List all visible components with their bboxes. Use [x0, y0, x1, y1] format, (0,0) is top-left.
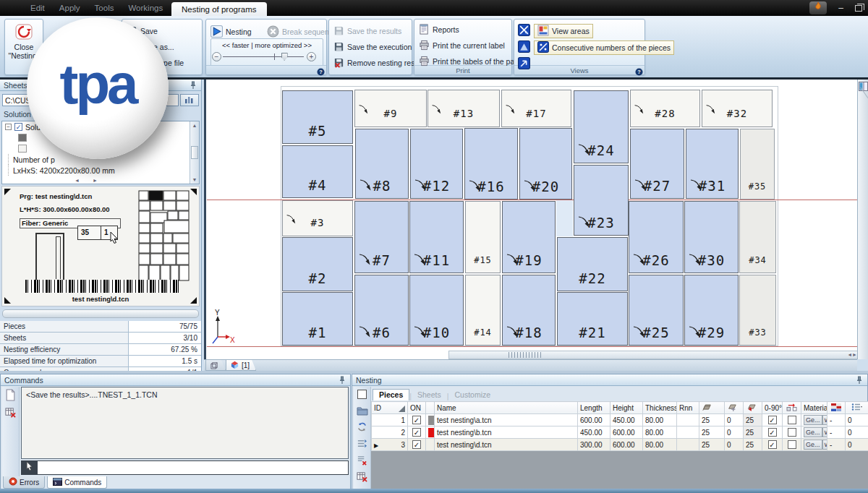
tab-customize[interactable]: Customize: [448, 390, 496, 400]
pin-icon[interactable]: [855, 376, 864, 385]
checkbox-rotation[interactable]: ✓: [762, 414, 783, 426]
piece-10[interactable]: #10: [409, 275, 464, 346]
view-areas-toggle[interactable]: View areas: [534, 24, 593, 38]
material-dropdown[interactable]: Ge...∨: [801, 426, 827, 439]
scroll-arrows[interactable]: ◄►: [847, 352, 857, 357]
col-thickness[interactable]: Thickness: [643, 402, 677, 414]
scroll-up-icon[interactable]: ▲: [190, 123, 199, 128]
slider-minus-button[interactable]: −: [212, 52, 221, 61]
remove-nesting-results-button[interactable]: Remove nesting results: [333, 57, 427, 68]
transfer-icon[interactable]: [357, 438, 367, 452]
piece-21[interactable]: #21: [557, 292, 628, 346]
folder-icon[interactable]: [357, 406, 368, 419]
reports-button[interactable]: Reports: [419, 24, 459, 35]
piece-7[interactable]: #7: [354, 201, 409, 273]
piece-1[interactable]: #1: [282, 292, 353, 346]
piece-31[interactable]: #31: [686, 129, 739, 199]
tab-commands[interactable]: Commands: [47, 476, 107, 489]
col-rnn[interactable]: Rnn: [677, 402, 699, 414]
piece-34[interactable]: #34: [739, 201, 776, 273]
info-icon[interactable]: ?: [635, 66, 643, 74]
pin-icon[interactable]: [189, 81, 197, 90]
col-rotation[interactable]: 0-90°: [762, 402, 783, 414]
col-add-icon[interactable]: [725, 402, 744, 414]
canvas-vertical-scrollbar[interactable]: [857, 80, 868, 359]
views-tool-icon-1[interactable]: [518, 24, 530, 36]
menu-item-apply[interactable]: Apply: [59, 4, 80, 12]
restore-button[interactable]: [855, 5, 862, 12]
piece-19[interactable]: #19: [502, 201, 556, 273]
menu-item-workings[interactable]: Workings: [128, 4, 163, 12]
save-the-results-button[interactable]: Save the results: [333, 25, 401, 36]
col-list-icon[interactable]: [846, 402, 868, 414]
col-used-icon[interactable]: [744, 402, 762, 414]
piece-14[interactable]: #14: [465, 275, 501, 346]
piece-16[interactable]: #16: [464, 128, 518, 200]
views-tool-icon-3[interactable]: [518, 57, 530, 69]
views-tool-icon-2[interactable]: [518, 40, 530, 53]
canvas-horizontal-scrollbar[interactable]: ◄►: [448, 351, 857, 359]
piece-20[interactable]: #20: [519, 128, 572, 200]
lines-x-icon[interactable]: [357, 455, 367, 468]
tree-horizontal-arrows[interactable]: ◄►: [75, 178, 111, 183]
tab-3d-view[interactable]: [205, 360, 226, 371]
tab-sheet-1[interactable]: [1]: [226, 360, 256, 371]
table-x-icon[interactable]: [357, 471, 367, 485]
tree-checkbox[interactable]: ✓: [14, 123, 22, 131]
piece-8[interactable]: #8: [355, 129, 409, 199]
checkbox-on[interactable]: ✓: [408, 439, 426, 451]
piece-15[interactable]: #15: [465, 201, 501, 273]
col-material[interactable]: Material: [801, 402, 827, 414]
piece-33[interactable]: #33: [739, 275, 776, 346]
material-dropdown[interactable]: Ge...∨: [801, 414, 827, 426]
menu-item-edit[interactable]: Edit: [30, 4, 45, 12]
optimization-slider[interactable]: − +: [223, 56, 304, 57]
col-length[interactable]: Length: [578, 402, 610, 414]
checkbox-on[interactable]: ✓: [408, 426, 426, 439]
tree-collapse-icon[interactable]: −: [5, 124, 12, 130]
menu-item-tools[interactable]: Tools: [95, 4, 114, 12]
piece-row-3[interactable]: ▶3✓test nesting\d.tcn300.00600.0080.0025…: [372, 439, 868, 451]
piece-12[interactable]: #12: [410, 129, 463, 199]
piece-17[interactable]: #17: [501, 90, 571, 127]
refresh-icon[interactable]: [357, 421, 367, 435]
checkbox-on[interactable]: ✓: [408, 414, 426, 426]
sidebar-horizontal-scrollbar[interactable]: [2, 309, 199, 318]
tree-size-item[interactable]: LxHxS: 4200x2200x80.00 mm: [8, 165, 199, 176]
sq-icon[interactable]: [357, 389, 367, 403]
material-dropdown[interactable]: Ge...∨: [801, 439, 827, 451]
piece-13[interactable]: #13: [427, 90, 500, 127]
table-x-icon[interactable]: [5, 407, 16, 421]
minimize-button[interactable]: –: [838, 3, 843, 13]
scroll-down-icon[interactable]: ▼: [190, 177, 199, 182]
tab-nesting-of-programs[interactable]: Nesting of programs: [171, 2, 267, 16]
piece-23[interactable]: #23: [574, 165, 629, 236]
pin-icon[interactable]: [338, 376, 346, 385]
print-the-labels-of-the-panel-button[interactable]: Print the labels of the panel: [419, 56, 524, 67]
piece-4[interactable]: #4: [282, 145, 353, 198]
col-colors-icon[interactable]: [827, 402, 846, 414]
page-blank-icon[interactable]: [4, 389, 17, 404]
piece-6[interactable]: #6: [354, 275, 409, 346]
piece-9[interactable]: #9: [354, 90, 427, 127]
col-height[interactable]: Height: [610, 402, 643, 414]
tab-errors[interactable]: Errors: [3, 476, 45, 489]
tab-sheets[interactable]: Sheets: [412, 390, 447, 400]
tab-pieces[interactable]: Pieces: [373, 389, 409, 400]
command-input[interactable]: [38, 461, 348, 474]
piece-24[interactable]: #24: [574, 90, 629, 163]
piece-25[interactable]: #25: [629, 275, 684, 346]
nesting-canvas[interactable]: #1#2#3#4#5#6#7#8#9#10#11#12#13#14#15#16#…: [204, 80, 857, 359]
piece-22[interactable]: #22: [557, 237, 628, 291]
piece-2[interactable]: #2: [282, 237, 353, 291]
col-stock-icon[interactable]: [699, 402, 725, 414]
consecutive-numbers-of-the-pieces-toggle[interactable]: Consecutive numbers of the pieces: [534, 40, 674, 55]
info-icon[interactable]: ?: [317, 66, 325, 74]
piece-29[interactable]: #29: [684, 275, 739, 346]
piece-28[interactable]: #28: [630, 90, 700, 127]
slider-plus-button[interactable]: +: [307, 52, 316, 61]
checkbox-rotation[interactable]: ✓: [762, 426, 783, 439]
checkbox-mirror[interactable]: [783, 426, 801, 439]
piece-3[interactable]: #3: [282, 200, 353, 236]
piece-5[interactable]: #5: [282, 90, 353, 144]
